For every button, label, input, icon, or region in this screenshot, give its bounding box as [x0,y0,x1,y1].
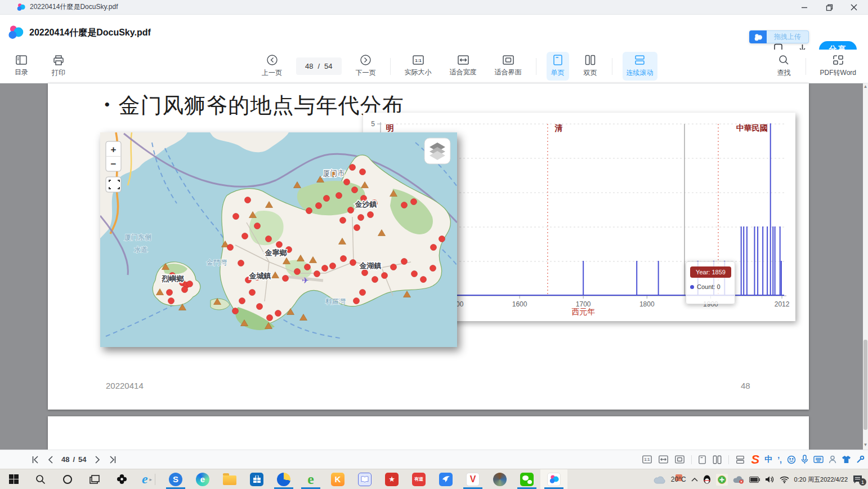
ime-skin-icon[interactable] [842,455,851,464]
map-dot-marker[interactable] [350,165,356,171]
map-dot-marker[interactable] [348,207,354,214]
map-dot-marker[interactable] [324,195,330,202]
reader-app-button[interactable] [351,469,378,489]
actual-size-button[interactable]: 1:1 实际大小 [401,52,436,80]
chaoxing-button[interactable]: ★ [378,469,405,489]
map-dot-marker[interactable] [372,277,378,283]
minimize-button[interactable] [798,2,811,12]
first-page-button[interactable] [32,456,40,464]
map-dot-marker[interactable] [354,298,360,304]
map-dot-marker[interactable] [431,244,437,251]
print-button[interactable]: 打印 [47,52,70,81]
statusbar-continuous-icon[interactable] [736,455,745,464]
map-zoom-control[interactable]: + − [106,141,121,171]
document-viewport[interactable]: •金门风狮爷的地点与年代分布 5150016001700180019002012… [0,83,868,450]
map-dot-marker[interactable] [249,290,256,296]
vertical-scrollbar[interactable]: ▲ ▼ [863,83,868,450]
document-tab[interactable]: 20220414什麼是DocuSky.pdf [0,0,126,14]
toc-button[interactable]: 目录 [10,52,33,80]
statusbar-fit-page-icon[interactable] [675,455,684,464]
map-dot-marker[interactable] [294,269,301,275]
map-dot-marker[interactable] [305,264,311,270]
store-button[interactable] [243,469,270,489]
map-dot-marker[interactable] [242,233,248,239]
volume-icon[interactable] [765,475,775,483]
next-page-button[interactable]: 下一页 [352,52,380,81]
zoom-in-button[interactable]: + [111,144,117,155]
map-dot-marker[interactable] [245,197,251,203]
map-dot-marker[interactable] [306,208,312,214]
map-dot-marker[interactable] [275,310,281,317]
map-dot-marker[interactable] [362,270,368,276]
page-indicator[interactable]: 48 / 54 [296,57,342,75]
globe-app-button[interactable] [270,469,297,489]
map-dot-marker[interactable] [227,244,234,251]
map-dot-marker[interactable] [283,275,289,282]
photos-app-button[interactable] [486,469,513,489]
petal-app-button[interactable] [108,469,135,489]
map-dot-marker[interactable] [360,290,366,296]
map-dot-marker[interactable] [350,260,356,266]
map-dot-marker[interactable] [254,223,261,229]
prev-page-small-button[interactable] [48,456,53,464]
map-dot-marker[interactable] [266,236,272,242]
cortana-button[interactable] [54,469,81,489]
edge-button[interactable]: e [189,469,216,489]
map-fullscreen-button[interactable] [106,177,121,192]
map-dot-marker[interactable] [316,203,322,209]
youdao-button[interactable]: 有道 [405,469,432,489]
close-button[interactable] [848,2,860,12]
map-dot-marker[interactable] [314,271,320,277]
fit-width-button[interactable]: 适合宽度 [446,52,481,80]
map-dot-marker[interactable] [360,169,366,175]
map-dot-marker[interactable] [391,264,397,270]
double-page-button[interactable]: 双页 [579,52,602,81]
wps-button[interactable]: V [459,469,486,489]
continuous-scroll-button[interactable]: 连续滚动 [623,52,657,81]
map-dot-marker[interactable] [341,256,347,262]
sogou-ime-logo-icon[interactable]: S [751,452,760,467]
browser-360-button[interactable]: e [297,469,324,489]
weather-cloud-icon[interactable] [654,475,666,484]
xunlei-button[interactable] [432,469,459,489]
map-dot-marker[interactable] [168,298,175,304]
pdf-to-word-button[interactable]: PDF转Word [816,52,860,81]
tray-expand-chevron[interactable] [691,477,698,482]
k-app-button[interactable]: K [324,469,351,489]
taskbar-sogou-button[interactable]: S [162,469,189,489]
ime-voice-icon[interactable] [801,455,808,464]
map-dot-marker[interactable] [238,260,244,266]
map-dot-marker[interactable] [322,265,328,272]
map-dot-marker[interactable] [239,298,245,304]
statusbar-page-indicator[interactable]: 48/54 [61,455,87,464]
ime-punctuation-toggle[interactable]: ’, [777,455,782,464]
ime-language-toggle[interactable]: 中 [764,455,772,465]
map-dot-marker[interactable] [167,290,173,296]
taskbar-netdisk-button[interactable] [540,469,567,489]
map-dot-marker[interactable] [330,263,336,269]
map-dot-marker[interactable] [187,281,193,287]
map-layers-button[interactable] [424,138,450,164]
clock[interactable]: 0:20 周五 2022/4/22 [794,476,848,483]
task-view-button[interactable] [81,469,108,489]
map-dot-marker[interactable] [368,212,374,218]
file-explorer-button[interactable] [216,469,243,489]
wechat-button[interactable] [513,469,540,489]
wifi-icon[interactable] [780,476,789,483]
qq-tray-icon[interactable] [703,475,711,484]
start-button[interactable] [0,469,27,489]
map-dot-marker[interactable] [233,214,239,220]
map-dot-marker[interactable] [267,315,273,321]
map-dot-marker[interactable] [430,265,436,272]
kinmen-map[interactable]: ✈ 厦门市厦门东侧水道金門灣料羅灣金寧鄉金城鎮金湖鎮金沙鎮烈嶼鄉 + − [100,132,457,347]
ime-user-icon[interactable] [829,455,836,464]
ie-button[interactable]: e ▸ [135,469,162,489]
zoom-out-button[interactable]: − [111,159,117,170]
map-dot-marker[interactable] [411,271,418,277]
map-dot-marker[interactable] [354,225,360,231]
map-dot-marker[interactable] [336,193,342,199]
scroll-down-icon[interactable]: ▼ [863,442,868,448]
map-dot-marker[interactable] [439,236,445,242]
map-dot-marker[interactable] [401,259,408,265]
map-dot-marker[interactable] [276,242,283,248]
